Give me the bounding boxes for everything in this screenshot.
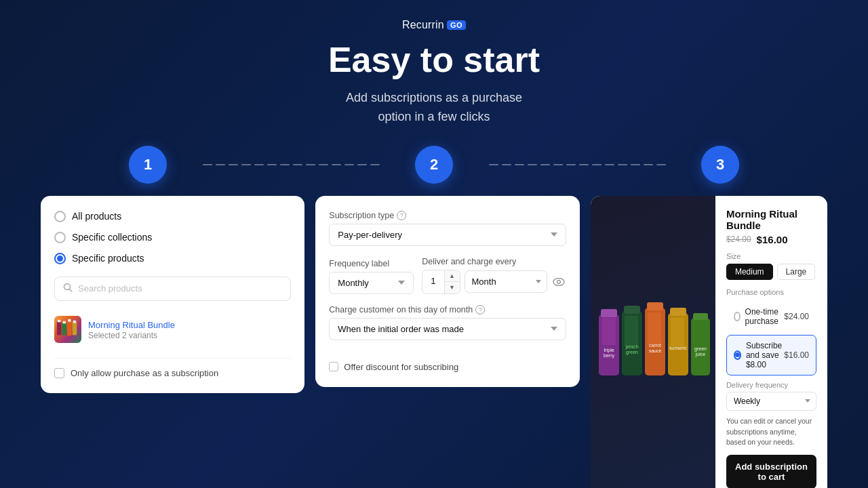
divider [54, 358, 291, 359]
charge-day-label: Charge customer on this day of month ? [329, 305, 566, 314]
po-onetime-label: One-time purchase [745, 307, 785, 326]
svg-rect-23 [647, 302, 663, 310]
radio-specific-products[interactable]: Specific products [54, 253, 291, 264]
svg-point-11 [557, 280, 560, 283]
size-large-button[interactable]: Large [777, 264, 816, 280]
radio-all-products[interactable]: All products [54, 211, 291, 222]
radio-specific-collections[interactable]: Specific collections [54, 232, 291, 243]
radio-outer-all [54, 211, 66, 222]
purchase-options-label: Purchase options [726, 288, 816, 296]
size-medium-button[interactable]: Medium [726, 264, 773, 280]
svg-rect-19 [625, 316, 638, 346]
po-radio-onetime [734, 312, 741, 321]
only-subscription-checkbox[interactable]: Only allow purchase as a subscription [54, 368, 291, 378]
size-label: Size [726, 252, 816, 260]
radio-label-products: Specific products [72, 253, 144, 264]
radio-outer-collections [54, 232, 66, 243]
purchase-option-onetime[interactable]: One-time purchase $24.00 [726, 301, 816, 332]
number-up-button[interactable]: ▲ [445, 270, 460, 282]
card-product-selection: All products Specific collections Specif… [41, 196, 304, 393]
svg-rect-5 [73, 322, 77, 336]
po-radio-subscribe [734, 350, 741, 360]
only-subscription-label: Only allow purchase as a subscription [71, 368, 218, 378]
header: RecurrinGO Easy to start Add subscriptio… [328, 0, 540, 127]
product-scope-radio-group: All products Specific collections Specif… [54, 211, 291, 264]
dashes-2-3 [453, 164, 701, 165]
steps-row: 1 2 3 [129, 146, 739, 184]
offer-discount-checkbox [329, 362, 338, 371]
svg-point-10 [553, 278, 564, 285]
svg-text:berry: berry [604, 353, 614, 359]
svg-text:triple: triple [604, 348, 614, 353]
product-bottles-svg: triple berry peach green carrot sauce tu… [592, 281, 714, 430]
po-subscribe-label: Subscribe and save $8.00 [746, 341, 784, 369]
svg-text:juice: juice [695, 352, 706, 357]
eye-icon[interactable] [551, 274, 566, 289]
purchase-option-subscribe[interactable]: Subscribe and save $8.00 $16.00 [726, 335, 816, 375]
delivery-freq-label: Delivery frequency [726, 381, 816, 389]
svg-rect-9 [73, 321, 77, 323]
offer-discount-checkbox-row[interactable]: Offer discount for subscribing [329, 362, 566, 372]
svg-rect-14 [602, 318, 616, 345]
frequency-label-label: Frequency label [329, 259, 414, 268]
svg-rect-8 [68, 319, 71, 322]
cards-row: All products Specific collections Specif… [41, 196, 827, 488]
size-buttons: Medium Large [726, 264, 816, 280]
period-select[interactable]: Month [465, 270, 547, 293]
manage-text: You can edit or cancel your subscription… [726, 416, 816, 448]
product-info: Morning Ritual Bundle Selected 2 variant… [88, 319, 175, 340]
delivery-freq-select[interactable]: Weekly [726, 392, 816, 411]
step-3: 3 [701, 146, 739, 184]
po-subscribe-price: $16.00 [784, 350, 809, 360]
price-old: $24.00 [726, 235, 751, 244]
checkbox-icon [54, 368, 64, 378]
dashes-1-2 [167, 164, 415, 165]
charge-day-select[interactable]: When the initial order was made [329, 318, 566, 340]
deliver-charge-label: Deliver and charge every [422, 257, 566, 266]
period-select-wrap: Month [465, 270, 547, 293]
offer-discount-label: Offer discount for subscribing [344, 362, 458, 372]
radio-label-collections: Specific collections [72, 232, 152, 243]
radio-outer-products [54, 253, 66, 264]
svg-text:green: green [694, 346, 707, 352]
price-row: $24.00 $16.00 [726, 234, 816, 245]
deliver-number-value: 1 [422, 270, 443, 293]
svg-rect-7 [62, 321, 66, 324]
card-subscription-settings: Subscription type ? Pay-per-delivery Fre… [315, 196, 579, 387]
svg-text:carrot: carrot [649, 343, 661, 348]
svg-rect-13 [601, 309, 617, 317]
number-down-button[interactable]: ▼ [445, 282, 460, 293]
po-radio-dot [735, 352, 740, 357]
product-list-item: Morning Ritual Bundle Selected 2 variant… [54, 310, 291, 348]
charge-day-section: Charge customer on this day of month ? W… [329, 305, 566, 351]
logo-badge: GO [447, 20, 466, 30]
number-arrows: ▲ ▼ [444, 270, 460, 293]
svg-rect-29 [671, 318, 684, 346]
help-icon[interactable]: ? [397, 211, 406, 220]
page-title: Easy to start [328, 41, 540, 79]
radio-inner-products [57, 256, 63, 262]
product-thumbnail [54, 316, 81, 343]
deliver-number-input[interactable]: 1 ▲ ▼ [422, 270, 460, 294]
deliver-charge-wrap: Deliver and charge every 1 ▲ ▼ Month [422, 257, 566, 294]
logo-text: Recurrin [402, 19, 444, 31]
search-input[interactable]: Search products [78, 283, 142, 293]
frequency-label-input[interactable] [329, 272, 414, 294]
svg-rect-24 [648, 312, 661, 345]
svg-rect-28 [670, 308, 686, 316]
product-variants: Selected 2 variants [88, 331, 175, 340]
step-2: 2 [415, 146, 453, 184]
subscription-type-label: Subscription type ? [329, 211, 566, 220]
svg-line-1 [70, 289, 73, 291]
add-to-cart-button[interactable]: Add subscription to cart [726, 455, 816, 488]
product-link[interactable]: Morning Ritual Bundle [88, 320, 175, 330]
step-1: 1 [129, 146, 167, 184]
svg-rect-2 [57, 321, 62, 336]
card-product-preview: triple berry peach green carrot sauce tu… [591, 196, 827, 488]
product-details-area: Morning Ritual Bundle $24.00 $16.00 Size… [715, 196, 827, 488]
subscription-type-select[interactable]: Pay-per-delivery [329, 224, 566, 246]
product-preview-title: Morning Ritual Bundle [726, 208, 816, 231]
charge-day-help-icon[interactable]: ? [475, 305, 485, 314]
product-search-box[interactable]: Search products [54, 277, 291, 301]
logo: RecurrinGO [402, 19, 466, 31]
